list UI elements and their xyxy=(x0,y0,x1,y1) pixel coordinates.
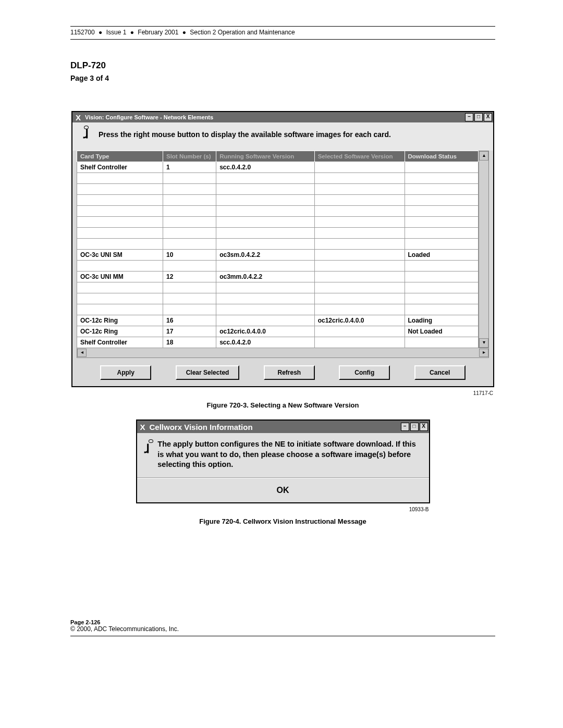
table-row[interactable] xyxy=(77,293,479,304)
cell-card xyxy=(77,282,163,293)
cell-status: Loaded xyxy=(405,250,478,261)
cell-card: OC-3c UNI SM xyxy=(77,250,163,261)
cell-slot: 1 xyxy=(163,162,216,173)
col-running: Running Software Version xyxy=(216,151,315,162)
table-row[interactable] xyxy=(77,261,479,272)
figure-code: 10933-B xyxy=(137,507,429,512)
cell-card xyxy=(77,184,163,195)
cell-card xyxy=(77,239,163,250)
hint-row: ɺ Press the right mouse button to displa… xyxy=(72,122,493,151)
cell-running xyxy=(216,293,315,304)
scroll-right-icon[interactable]: ▸ xyxy=(479,349,488,357)
table-row[interactable]: OC-12c Ring17oc12cric.0.4.0.0Not Loaded xyxy=(77,326,479,337)
cell-selected: oc12cric.0.4.0.0 xyxy=(314,315,405,326)
table-row[interactable]: Shelf Controller18scc.0.4.2.0 xyxy=(77,337,479,348)
cell-selected xyxy=(314,250,405,261)
cell-status xyxy=(405,184,478,195)
cell-selected xyxy=(314,293,405,304)
minimize-button[interactable]: – xyxy=(465,113,473,121)
cell-running xyxy=(216,315,315,326)
cancel-button[interactable]: Cancel xyxy=(414,365,466,380)
ok-button[interactable]: OK xyxy=(277,486,289,495)
doc-issue: Issue 1 xyxy=(106,29,127,36)
cell-status xyxy=(405,228,478,239)
cell-selected xyxy=(314,184,405,195)
software-table[interactable]: Card Type Slot Number (s) Running Softwa… xyxy=(77,151,479,348)
info-icon: ɺ xyxy=(80,128,91,141)
table-row[interactable] xyxy=(77,282,479,293)
apply-button[interactable]: Apply xyxy=(100,365,151,380)
cell-card xyxy=(77,217,163,228)
dialog-titlebar[interactable]: X Cellworx Vision Information – □ X xyxy=(137,421,429,433)
cell-running: oc3mm.0.4.2.2 xyxy=(216,272,315,282)
cell-status xyxy=(405,162,478,173)
cell-selected xyxy=(314,228,405,239)
refresh-button[interactable]: Refresh xyxy=(264,365,315,380)
scroll-down-icon[interactable]: ▾ xyxy=(479,338,488,348)
config-button[interactable]: Config xyxy=(339,365,390,380)
cell-running xyxy=(216,228,315,239)
dialog-message-row: ɺ The apply button configures the NE to … xyxy=(137,433,429,474)
cell-selected xyxy=(314,195,405,206)
cell-status xyxy=(405,293,478,304)
table-row[interactable]: OC-12c Ring16oc12cric.0.4.0.0Loading xyxy=(77,315,479,326)
cell-slot xyxy=(163,173,216,184)
cell-slot: 12 xyxy=(163,272,216,282)
cell-card: Shelf Controller xyxy=(77,162,163,173)
table-row[interactable] xyxy=(77,304,479,315)
cell-slot: 10 xyxy=(163,250,216,261)
cell-card: Shelf Controller xyxy=(77,337,163,348)
cell-selected xyxy=(314,326,405,337)
cell-selected xyxy=(314,272,405,282)
cell-running xyxy=(216,304,315,315)
cell-card: OC-3c UNI MM xyxy=(77,272,163,282)
dialog-title: Cellworx Vision Information xyxy=(150,423,253,431)
cell-slot xyxy=(163,261,216,272)
minimize-button[interactable]: – xyxy=(401,423,409,431)
close-button[interactable]: X xyxy=(484,113,492,121)
cell-selected xyxy=(314,304,405,315)
table-row[interactable]: OC-3c UNI SM10oc3sm.0.4.2.2Loaded xyxy=(77,250,479,261)
clear-selected-button[interactable]: Clear Selected xyxy=(176,365,240,380)
cell-slot xyxy=(163,293,216,304)
table-row[interactable] xyxy=(77,206,479,217)
window-title: Vision: Configure Software - Network Ele… xyxy=(85,114,213,120)
cell-card xyxy=(77,261,163,272)
cell-running xyxy=(216,184,315,195)
configure-software-window: X Vision: Configure Software - Network E… xyxy=(71,111,494,387)
cell-running xyxy=(216,282,315,293)
horizontal-scrollbar[interactable]: ◂ ▸ xyxy=(77,348,489,358)
cell-slot xyxy=(163,304,216,315)
maximize-button[interactable]: □ xyxy=(474,113,483,121)
table-row[interactable]: OC-3c UNI MM12oc3mm.0.4.2.2 xyxy=(77,272,479,282)
scroll-up-icon[interactable]: ▴ xyxy=(479,151,488,161)
table-row[interactable]: Shelf Controller1scc.0.4.2.0 xyxy=(77,162,479,173)
close-button[interactable]: X xyxy=(420,423,428,431)
table-header: Card Type Slot Number (s) Running Softwa… xyxy=(77,151,479,162)
vertical-scrollbar[interactable]: ▴ ▾ xyxy=(479,151,489,348)
table-row[interactable] xyxy=(77,184,479,195)
maximize-button[interactable]: □ xyxy=(410,423,419,431)
information-dialog: X Cellworx Vision Information – □ X ɺ Th… xyxy=(136,419,430,503)
cell-status xyxy=(405,337,478,348)
cell-card xyxy=(77,206,163,217)
table-row[interactable] xyxy=(77,239,479,250)
cell-card xyxy=(77,173,163,184)
cell-running xyxy=(216,173,315,184)
table-row[interactable] xyxy=(77,228,479,239)
cell-card: OC-12c Ring xyxy=(77,326,163,337)
cell-status xyxy=(405,261,478,272)
table-row[interactable] xyxy=(77,217,479,228)
cell-selected xyxy=(314,162,405,173)
cell-status: Not Loaded xyxy=(405,326,478,337)
table-row[interactable] xyxy=(77,173,479,184)
cell-slot xyxy=(163,239,216,250)
scroll-left-icon[interactable]: ◂ xyxy=(77,349,87,357)
cell-running: oc3sm.0.4.2.2 xyxy=(216,250,315,261)
col-selected: Selected Software Version xyxy=(314,151,405,162)
app-logo-icon: X xyxy=(76,113,81,122)
titlebar[interactable]: X Vision: Configure Software - Network E… xyxy=(72,112,493,122)
table-row[interactable] xyxy=(77,195,479,206)
hint-text: Press the right mouse button to display … xyxy=(99,130,391,139)
cell-selected xyxy=(314,282,405,293)
